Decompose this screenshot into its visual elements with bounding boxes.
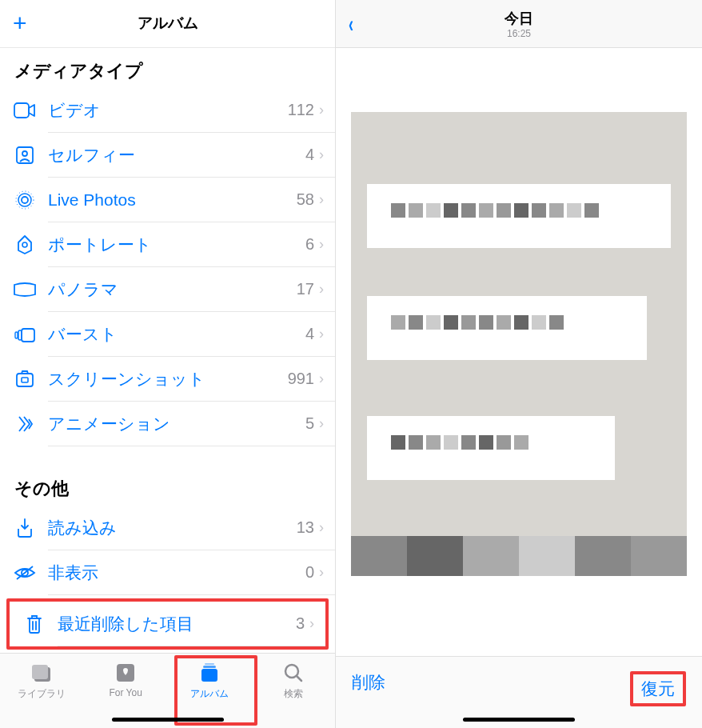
chevron-right-icon: › xyxy=(319,415,324,432)
chevron-right-icon: › xyxy=(309,615,314,632)
row-label: アニメーション xyxy=(48,413,305,435)
tab-label: 検索 xyxy=(284,687,303,701)
row-video[interactable]: ビデオ 112 › xyxy=(0,88,335,133)
photo-toolbar: 削除 復元 xyxy=(336,656,702,728)
livephotos-icon xyxy=(13,188,37,212)
svg-rect-8 xyxy=(18,330,22,340)
portrait-icon xyxy=(13,233,37,257)
other-section: その他 読み込み 13 › 非表示 0 › 最近削除した項目 3 xyxy=(0,466,335,653)
row-recently-deleted-highlight: 最近削除した項目 3 › xyxy=(6,598,329,650)
deleted-photo-preview[interactable] xyxy=(351,112,687,576)
row-count: 58 xyxy=(297,190,314,209)
svg-point-2 xyxy=(22,151,27,156)
chevron-right-icon: › xyxy=(319,281,324,298)
import-icon xyxy=(13,516,37,540)
home-indicator[interactable] xyxy=(463,718,575,722)
row-label: スクリーンショット xyxy=(48,368,288,390)
section-header-other: その他 xyxy=(0,466,335,506)
tab-label: For You xyxy=(109,687,142,698)
row-count: 112 xyxy=(288,101,314,119)
left-header: + アルバム xyxy=(0,0,335,48)
screenshot-icon xyxy=(13,367,37,391)
row-recently-deleted[interactable]: 最近削除した項目 3 › xyxy=(10,602,325,646)
svg-rect-0 xyxy=(14,103,29,118)
row-label: バースト xyxy=(48,323,305,346)
chevron-right-icon: › xyxy=(319,564,324,581)
row-screenshot[interactable]: スクリーンショット 991 › xyxy=(0,357,335,402)
row-count: 0 xyxy=(305,563,314,582)
chevron-right-icon: › xyxy=(319,326,324,342)
add-button[interactable]: + xyxy=(13,10,27,37)
photo-area xyxy=(336,48,702,656)
row-label: 最近削除した項目 xyxy=(58,613,296,635)
foryou-icon xyxy=(114,662,138,684)
row-count: 4 xyxy=(305,325,314,343)
svg-rect-9 xyxy=(15,332,18,338)
back-button[interactable]: ‹ xyxy=(349,10,353,38)
row-selfie[interactable]: セルフィー 4 › xyxy=(0,133,335,178)
selfie-icon xyxy=(13,143,37,167)
svg-point-4 xyxy=(18,194,31,206)
row-portrait[interactable]: ポートレート 6 › xyxy=(0,222,335,267)
row-count: 3 xyxy=(296,614,305,633)
row-count: 5 xyxy=(305,414,314,433)
albums-panel: + アルバム メディアタイプ ビデオ 112 › セルフィー 4 › Live … xyxy=(0,0,336,728)
row-count: 4 xyxy=(305,146,314,164)
chevron-right-icon: › xyxy=(319,236,324,253)
row-import[interactable]: 読み込み 13 › xyxy=(0,506,335,550)
right-title: 今日 xyxy=(505,9,533,28)
tab-bar: ライブラリ For You アルバム 検索 xyxy=(0,653,335,728)
row-count: 13 xyxy=(297,518,314,537)
row-hidden[interactable]: 非表示 0 › xyxy=(0,550,335,595)
hidden-icon xyxy=(13,561,37,585)
panorama-icon xyxy=(13,278,37,302)
row-animation[interactable]: アニメーション 5 › xyxy=(0,402,335,446)
tab-albums-highlight xyxy=(174,655,257,726)
section-header-media: メディアタイプ xyxy=(0,48,335,88)
row-label: パノラマ xyxy=(48,278,297,301)
right-header: ‹ 今日 16:25 xyxy=(336,0,702,48)
delete-button[interactable]: 削除 xyxy=(352,671,385,694)
chevron-right-icon: › xyxy=(319,370,324,387)
chevron-right-icon: › xyxy=(319,102,324,118)
svg-point-3 xyxy=(22,197,28,203)
burst-icon xyxy=(13,322,37,346)
svg-rect-1 xyxy=(17,147,33,163)
row-label: Live Photos xyxy=(48,190,297,210)
video-icon xyxy=(13,98,37,122)
row-count: 17 xyxy=(297,280,314,298)
tab-library[interactable]: ライブラリ xyxy=(0,662,84,701)
row-panorama[interactable]: パノラマ 17 › xyxy=(0,267,335,312)
row-count: 6 xyxy=(305,235,314,254)
svg-rect-10 xyxy=(17,374,33,386)
recover-highlight: 復元 xyxy=(630,671,686,706)
svg-line-21 xyxy=(297,676,301,681)
recover-button[interactable]: 復元 xyxy=(633,674,683,703)
header-title: アルバム xyxy=(138,13,198,34)
library-icon xyxy=(30,662,54,684)
svg-rect-7 xyxy=(22,329,34,342)
chevron-right-icon: › xyxy=(319,146,324,163)
svg-rect-11 xyxy=(22,378,28,382)
title-block: 今日 16:25 xyxy=(505,9,533,39)
animation-icon xyxy=(13,412,37,436)
row-livephotos[interactable]: Live Photos 58 › xyxy=(0,178,335,222)
row-label: ポートレート xyxy=(48,234,305,256)
svg-point-6 xyxy=(22,242,27,247)
home-indicator[interactable] xyxy=(112,718,224,722)
row-label: ビデオ xyxy=(48,99,288,122)
trash-icon xyxy=(22,612,46,636)
media-types-section: メディアタイプ ビデオ 112 › セルフィー 4 › Live Photos … xyxy=(0,48,335,446)
svg-rect-15 xyxy=(32,665,48,679)
row-label: 非表示 xyxy=(48,562,305,584)
tab-label: ライブラリ xyxy=(18,687,66,701)
photo-detail-panel: ‹ 今日 16:25 削除 復元 xyxy=(336,0,702,728)
row-label: セルフィー xyxy=(48,144,305,166)
tab-search[interactable]: 検索 xyxy=(251,662,335,701)
chevron-right-icon: › xyxy=(319,519,324,536)
row-burst[interactable]: バースト 4 › xyxy=(0,312,335,357)
tab-foryou[interactable]: For You xyxy=(84,662,168,698)
chevron-right-icon: › xyxy=(319,191,324,208)
row-label: 読み込み xyxy=(48,517,297,539)
row-count: 991 xyxy=(288,370,314,388)
